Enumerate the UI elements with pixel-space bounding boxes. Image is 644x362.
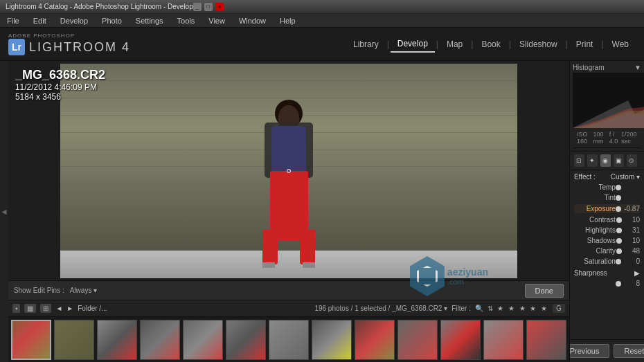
adj-exposure-row: Exposure -0.87 (574, 204, 640, 213)
nav-buttons: Previous Reset (570, 339, 644, 362)
thumb-10[interactable] (397, 320, 438, 360)
heal-tool[interactable]: ✦ (587, 154, 598, 167)
photo-filename: _MG_6368.CR2 (15, 68, 105, 82)
sort-icon[interactable]: ⇅ (488, 305, 493, 312)
crop-tool[interactable]: ⊡ (574, 154, 584, 167)
previous-button[interactable]: Previous (569, 344, 610, 358)
tab-map[interactable]: Map (440, 37, 469, 52)
adj-sharpness-slider[interactable] (618, 282, 619, 285)
iso-value: ISO 160 (577, 131, 591, 145)
focal-value: 100 mm (593, 131, 606, 145)
custom-dropdown[interactable]: Custom ▾ (611, 173, 640, 181)
adj-contrast-label: Contrast (574, 216, 616, 224)
tab-library[interactable]: Library (346, 37, 386, 52)
brush-tool[interactable]: ⊙ (627, 154, 637, 167)
adj-exposure-slider[interactable] (618, 208, 619, 210)
gradient-tool[interactable]: ▣ (614, 154, 624, 167)
filmstrip-thumbs (8, 317, 569, 362)
right-panel: Histogram ▼ ISO 160 (569, 61, 644, 362)
tab-print[interactable]: Print (569, 37, 600, 52)
thumb-12[interactable] (483, 320, 524, 360)
redeye-tool[interactable]: ◉ (600, 154, 611, 167)
tab-slideshow[interactable]: Slideshow (512, 37, 564, 52)
adobe-label: ADOBE PHOTOSHOP (8, 33, 130, 39)
adj-shadows-value: 10 (622, 237, 640, 244)
menu-settings[interactable]: Settings (133, 15, 166, 26)
thumb-7[interactable] (269, 320, 309, 360)
adj-temp-slider[interactable] (618, 186, 619, 189)
lr-badge: Lr (8, 39, 25, 55)
filmstrip-path[interactable]: Folder /... (78, 305, 310, 312)
adj-exposure-label: Exposure (574, 205, 616, 212)
adj-saturation-value: 0 (622, 257, 640, 265)
histogram-section: Histogram ▼ ISO 160 (570, 61, 644, 152)
adj-highlights-slider[interactable] (618, 229, 619, 232)
tab-develop[interactable]: Develop (391, 36, 435, 53)
maximize-button[interactable]: □ (204, 3, 213, 11)
filmstrip-stars[interactable]: ★ ★ ★ ★ ★ (497, 305, 548, 312)
header: ADOBE PHOTOSHOP Lr LIGHTROOM 4 Library |… (0, 28, 644, 61)
menu-file[interactable]: File (4, 15, 22, 26)
adj-contrast-slider[interactable] (618, 219, 619, 221)
filmstrip-view-toggle-2[interactable]: ▦ (24, 304, 36, 313)
adjustments-panel: Effect : Custom ▾ Temp Tint (570, 170, 644, 339)
menu-photo[interactable]: Photo (99, 15, 125, 26)
thumb-1[interactable] (11, 320, 51, 360)
filmstrip-view-toggle-3[interactable]: ⊞ (40, 304, 51, 313)
done-button[interactable]: Done (525, 284, 564, 298)
effect-header: Effect : Custom ▾ (574, 173, 640, 181)
histogram-expand[interactable]: ▼ (634, 64, 641, 71)
menu-window[interactable]: Window (236, 15, 269, 26)
adj-tint-slider[interactable] (618, 197, 619, 199)
menu-help[interactable]: Help (277, 15, 298, 26)
histogram-chart (573, 73, 644, 128)
adj-temp-row: Temp (574, 183, 640, 191)
left-panel-toggle[interactable]: ◄ (0, 207, 8, 217)
thumb-4[interactable] (140, 320, 180, 360)
tab-web[interactable]: Web (605, 37, 636, 52)
lr-name: LIGHTROOM 4 (29, 40, 130, 55)
center-area: _MG_6368.CR2 11/2/2012 4:46:09 PM 5184 x… (8, 61, 569, 362)
filmstrip-filter-label: Filter : (451, 305, 471, 312)
tab-book[interactable]: Book (474, 37, 507, 52)
lr-logo: Lr LIGHTROOM 4 (8, 39, 130, 55)
close-button[interactable]: × (215, 3, 224, 11)
filmstrip-sort-btn[interactable]: G (553, 304, 565, 313)
adj-exposure-value: -0.87 (622, 205, 640, 212)
thumb-3[interactable] (97, 320, 137, 360)
photo-date: 11/2/2012 4:46:09 PM (15, 82, 105, 92)
menu-edit[interactable]: Edit (30, 15, 49, 26)
filter-search[interactable]: 🔍 (475, 305, 483, 312)
histogram-canvas (573, 73, 644, 128)
adj-tint-label: Tint (574, 194, 616, 201)
menu-tools[interactable]: Tools (175, 15, 198, 26)
filmstrip-view-toggle-1[interactable]: ▪ (12, 304, 21, 313)
adj-saturation-label: Saturation (574, 257, 616, 265)
thumb-9[interactable] (355, 320, 395, 360)
viewer-toolbar: Show Edit Pins : Always ▾ Done (8, 280, 569, 300)
thumb-8[interactable] (312, 320, 352, 360)
thumb-13[interactable] (526, 320, 566, 360)
thumb-5[interactable] (183, 320, 223, 360)
adj-saturation-slider[interactable] (618, 260, 619, 263)
adj-shadows-row: Shadows 10 (574, 237, 640, 244)
thumb-6[interactable] (226, 320, 266, 360)
filmstrip: ▪ ▦ ⊞ ◄ ► Folder /... 196 photos / 1 sel… (8, 300, 569, 362)
sharpness-label: Sharpness (574, 269, 607, 277)
menu-view[interactable]: View (206, 15, 228, 26)
thumb-11[interactable] (440, 320, 481, 360)
reset-button[interactable]: Reset (614, 344, 644, 358)
always-dropdown[interactable]: Always ▾ (70, 287, 97, 294)
menu-develop[interactable]: Develop (57, 15, 91, 26)
adj-shadows-slider[interactable] (618, 239, 619, 242)
left-panel: ◄ (0, 61, 8, 362)
filmstrip-toolbar: ▪ ▦ ⊞ ◄ ► Folder /... 196 photos / 1 sel… (8, 300, 569, 317)
filmstrip-next-nav[interactable]: ► (66, 305, 73, 312)
thumb-2[interactable] (54, 320, 94, 360)
filmstrip-prev-nav[interactable]: ◄ (55, 305, 62, 312)
sharpness-expand[interactable]: ▶ (634, 269, 640, 277)
histogram-header: Histogram ▼ (573, 64, 641, 71)
minimize-button[interactable]: _ (193, 3, 202, 11)
adj-clarity-slider[interactable] (618, 250, 619, 253)
adj-shadows-label: Shadows (574, 237, 616, 244)
